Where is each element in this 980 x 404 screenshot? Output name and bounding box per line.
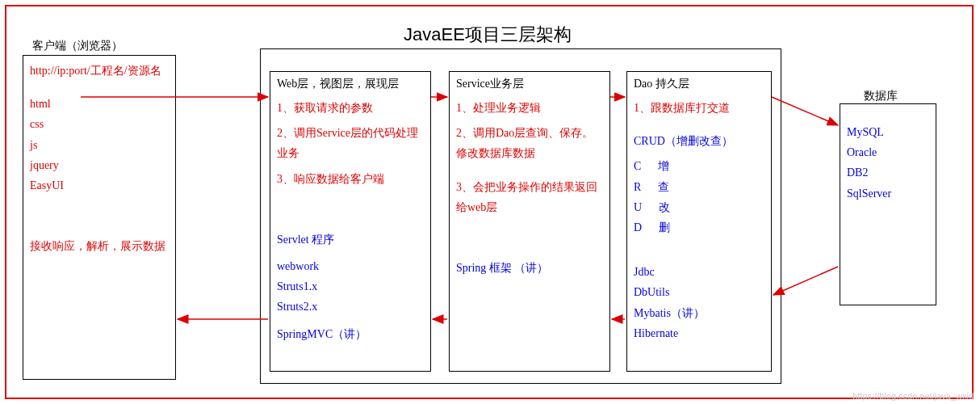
db-item: SqlServer <box>847 183 929 204</box>
client-receive: 接收响应，解析，展示数据 <box>30 236 169 256</box>
client-tech: html <box>30 94 169 114</box>
web-step3: 3、响应数据给客户端 <box>277 169 424 189</box>
web-framework: Struts2.x <box>277 297 424 317</box>
db-item: MySQL <box>847 122 929 142</box>
web-heading: Web层，视图层，展现层 <box>277 77 424 91</box>
crud-line: R 查 <box>634 177 764 197</box>
service-step2: 2、调用Dao层查询、保存。修改数据库数据 <box>456 123 603 163</box>
database-box: MySQL Oracle DB2 SqlServer <box>840 103 936 305</box>
db-item: Oracle <box>847 142 929 162</box>
dao-heading: Dao 持久层 <box>634 77 764 91</box>
service-framework: Spring 框架 （讲） <box>456 258 603 278</box>
web-step1: 1、获取请求的参数 <box>277 98 424 118</box>
crud-line: C 增 <box>634 156 764 176</box>
dao-layer-box: Dao 持久层 1、跟数据库打交道 CRUD（增删改查） C 增 R 查 U 改… <box>626 71 772 372</box>
web-framework: webwork <box>277 256 424 276</box>
crud-line: D 删 <box>634 217 764 238</box>
client-tech: css <box>30 114 169 134</box>
web-framework: Struts1.x <box>277 276 424 297</box>
crud-label: CRUD（增删改查） <box>634 131 764 151</box>
db-heading: 数据库 <box>864 89 898 103</box>
web-framework: SpringMVC（讲） <box>277 324 424 344</box>
dao-framework: DbUtils <box>634 282 764 302</box>
web-layer-box: Web层，视图层，展现层 1、获取请求的参数 2、调用Service层的代码处理… <box>270 71 431 372</box>
web-step2: 2、调用Service层的代码处理业务 <box>277 123 424 163</box>
web-framework: Servlet 程序 <box>277 229 424 250</box>
service-step3: 3、会把业务操作的结果返回给web层 <box>456 177 603 217</box>
client-heading: 客户端（浏览器） <box>32 39 123 53</box>
db-item: DB2 <box>847 162 929 183</box>
client-tech: js <box>30 135 169 155</box>
dao-framework: Jdbc <box>634 262 764 282</box>
client-tech: jquery <box>30 155 169 175</box>
client-box: http://ip:port/工程名/资源名 html css js jquer… <box>23 55 176 380</box>
dao-framework: Hibernate <box>634 323 764 343</box>
diagram-title: JavaEE项目三层架构 <box>404 23 572 47</box>
crud-line: U 改 <box>634 197 764 217</box>
watermark: https://blog.csdn.net/java_wxid <box>852 391 974 401</box>
dao-step1: 1、跟数据库打交道 <box>634 98 764 118</box>
dao-framework: Mybatis（讲） <box>634 303 764 323</box>
service-step1: 1、处理业务逻辑 <box>456 98 603 118</box>
client-tech: EasyUI <box>30 175 169 196</box>
service-heading: Service业务层 <box>456 77 603 91</box>
service-layer-box: Service业务层 1、处理业务逻辑 2、调用Dao层查询、保存。修改数据库数… <box>449 71 610 372</box>
client-url: http://ip:port/工程名/资源名 <box>30 61 169 81</box>
